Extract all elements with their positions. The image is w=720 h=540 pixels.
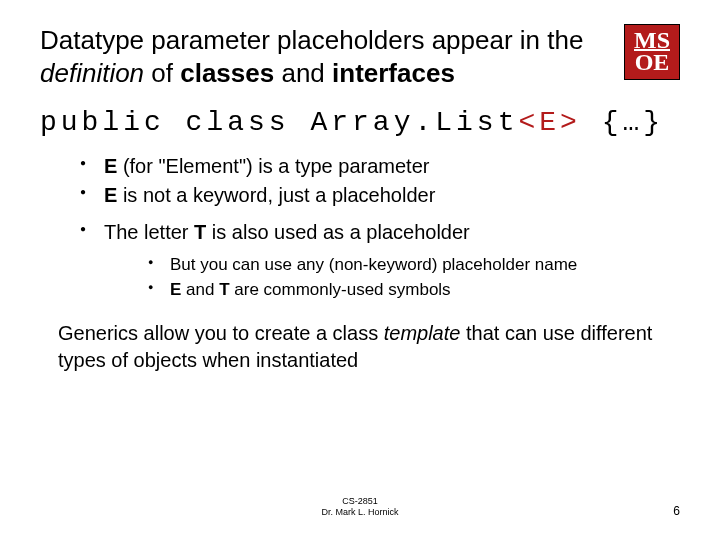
bold-text: E	[170, 280, 181, 299]
bullet-list: E (for "Element") is a type parameter E …	[80, 152, 680, 302]
sub-bullet-list: But you can use any (non-keyword) placeh…	[148, 253, 680, 302]
bold-text: T	[219, 280, 229, 299]
msoe-logo: MS OE	[624, 24, 680, 80]
list-item: E and T are commonly-used symbols	[148, 278, 680, 303]
code-text: public class Array.List	[40, 107, 518, 138]
slide-footer: CS-2851 Dr. Mark L. Hornick	[0, 496, 720, 518]
title-text: and	[274, 58, 332, 88]
code-highlight: <E>	[518, 107, 580, 138]
title-text: Datatype parameter placeholders appear i…	[40, 25, 583, 55]
course-code: CS-2851	[321, 496, 398, 507]
para-italic: template	[384, 322, 461, 344]
list-item: E (for "Element") is a type parameter	[80, 152, 680, 181]
summary-paragraph: Generics allow you to create a class tem…	[58, 320, 662, 374]
code-text: {…}	[581, 107, 664, 138]
slide-title: Datatype parameter placeholders appear i…	[40, 24, 600, 89]
list-item: The letter T is also used as a placehold…	[80, 218, 680, 302]
item-text: The letter	[104, 221, 194, 243]
code-snippet: public class Array.List<E> {…}	[40, 107, 680, 138]
item-text: (for "Element") is a type parameter	[117, 155, 429, 177]
item-text: is not a keyword, just a placeholder	[117, 184, 435, 206]
list-item: E is not a keyword, just a placeholder	[80, 181, 680, 210]
bold-text: E	[104, 155, 117, 177]
title-text: of	[144, 58, 180, 88]
footer-block: CS-2851 Dr. Mark L. Hornick	[321, 496, 398, 518]
logo-text-bottom: OE	[635, 52, 670, 74]
item-text: and	[181, 280, 219, 299]
para-text: Generics allow you to create a class	[58, 322, 384, 344]
author-name: Dr. Mark L. Hornick	[321, 507, 398, 518]
title-italic: definition	[40, 58, 144, 88]
item-text: are commonly-used symbols	[230, 280, 451, 299]
slide-header: Datatype parameter placeholders appear i…	[40, 24, 680, 89]
list-item: But you can use any (non-keyword) placeh…	[148, 253, 680, 278]
bold-text: E	[104, 184, 117, 206]
title-bold: interfaces	[332, 58, 455, 88]
item-text: But you can use any (non-keyword) placeh…	[170, 255, 577, 274]
page-number: 6	[673, 504, 680, 518]
item-text: is also used as a placeholder	[206, 221, 470, 243]
title-bold: classes	[180, 58, 274, 88]
bold-text: T	[194, 221, 206, 243]
